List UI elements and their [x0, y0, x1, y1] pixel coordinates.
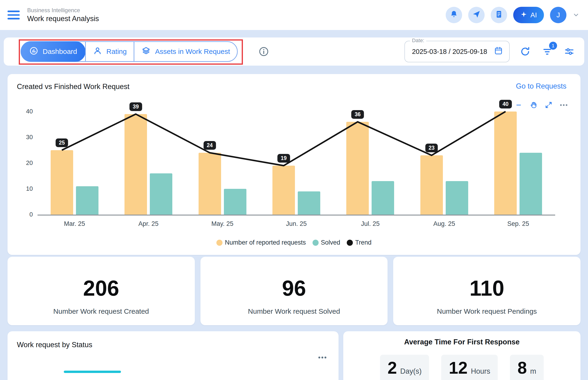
legend-dot-icon	[312, 240, 319, 246]
status-menu-icon[interactable]	[318, 353, 326, 360]
chart-card: Created vs Finished Work Request Go to R…	[7, 74, 581, 255]
response-minutes: 8 m	[510, 355, 544, 380]
response-days-value: 2	[387, 359, 397, 376]
response-hours-unit: Hours	[471, 367, 490, 376]
response-items: 2 Day(s) 12 Hours 8 m	[343, 355, 581, 380]
status-card: Work request by Status	[7, 331, 339, 380]
zoom-out-icon[interactable]: −	[513, 99, 524, 111]
kpi-value: 110	[469, 277, 504, 299]
kpi-label: Number Work request Solved	[248, 307, 340, 315]
go-to-requests-link[interactable]: Go to Requests	[516, 82, 567, 90]
x-axis-label: Jul. 25	[342, 220, 398, 228]
toolbar-right: Date: 2025-03-18 / 2025-09-18 1	[405, 41, 576, 62]
settings-sliders-icon[interactable]	[563, 45, 576, 58]
kpi-label: Number Work request Pendings	[437, 307, 537, 315]
view-tabs: Dashboard Rating Assets in Work Request	[21, 41, 238, 62]
filter-icon[interactable]: 1	[541, 45, 554, 58]
page-title: Work request Analysis	[27, 15, 99, 23]
legend-label: Trend	[355, 239, 372, 246]
y-axis-label: 20	[14, 159, 33, 167]
status-bar-segment	[64, 371, 121, 373]
kpi-value: 206	[83, 277, 119, 299]
response-minutes-unit: m	[530, 367, 536, 376]
trend-point-label: 39	[129, 102, 142, 111]
refresh-icon[interactable]	[519, 45, 532, 58]
toolbar: Dashboard Rating Assets in Work Request …	[4, 38, 584, 66]
kpi-label: Number Work request Created	[53, 307, 149, 315]
legend-dot-icon	[347, 240, 353, 246]
menu-icon[interactable]	[7, 11, 20, 19]
legend-item-solved[interactable]: Solved	[312, 239, 340, 246]
calendar-icon[interactable]	[494, 46, 503, 57]
trend-point-label: 36	[351, 110, 364, 119]
app-title: Business Intelligence	[27, 7, 99, 14]
legend-item-reported[interactable]: Number of reported requests	[216, 239, 306, 246]
x-axis-label: Aug. 25	[416, 220, 472, 228]
user-avatar[interactable]: J	[550, 7, 567, 23]
response-days: 2 Day(s)	[380, 355, 429, 380]
response-hours-value: 12	[449, 359, 467, 376]
trend-point-label: 19	[277, 154, 290, 163]
app-header: Business Intelligence Work request Analy…	[0, 0, 588, 30]
kpi-row: 206 Number Work request Created 96 Numbe…	[7, 257, 581, 325]
trend-point-label: 40	[499, 100, 512, 109]
tab-label: Assets in Work Request	[155, 48, 230, 56]
tab-dashboard[interactable]: Dashboard	[21, 41, 86, 62]
layers-icon	[141, 46, 151, 57]
info-icon[interactable]	[258, 46, 269, 57]
kpi-card-created: 206 Number Work request Created	[7, 257, 195, 325]
pan-hand-icon[interactable]	[528, 99, 539, 111]
x-axis-label: May. 25	[194, 220, 251, 228]
chart-menu-icon[interactable]	[558, 99, 569, 111]
x-axis-label: Sep. 25	[490, 220, 546, 228]
trend-point-label: 24	[203, 141, 216, 150]
header-actions: AI J	[446, 7, 580, 23]
avatar-initial: J	[557, 11, 560, 19]
x-axis-label: Apr. 25	[120, 220, 177, 228]
legend-dot-icon	[216, 240, 223, 246]
bell-icon	[449, 10, 458, 20]
person-icon	[93, 46, 102, 57]
x-axis-label: Jun. 25	[268, 220, 324, 228]
y-axis-label: 10	[14, 185, 33, 192]
y-axis-label: 0	[14, 211, 33, 218]
tab-label: Dashboard	[43, 48, 77, 56]
notifications-button[interactable]	[446, 7, 462, 23]
trend-point-label: 25	[56, 138, 68, 147]
title-block: Business Intelligence Work request Analy…	[27, 7, 99, 23]
response-hours: 12 Hours	[441, 355, 498, 380]
ai-label: AI	[530, 11, 537, 19]
chart-legend: Number of reported requests Solved Trend	[7, 239, 581, 246]
legend-label: Solved	[321, 239, 340, 246]
kpi-value: 96	[282, 277, 306, 299]
response-card-title: Average Time For First Response	[343, 338, 581, 346]
sparkle-icon	[520, 11, 527, 19]
date-value: 2025-03-18 / 2025-09-18	[412, 48, 487, 56]
kpi-card-pendings: 110 Number Work request Pendings	[393, 257, 581, 325]
chevron-down-icon[interactable]	[572, 12, 580, 19]
tab-rating[interactable]: Rating	[85, 42, 134, 61]
reports-button[interactable]	[491, 7, 507, 23]
y-axis-label: 30	[14, 133, 33, 141]
rocket-button[interactable]	[468, 7, 485, 23]
chart-title: Created vs Finished Work Request	[17, 82, 129, 91]
app-root: Business Intelligence Work request Analy…	[0, 0, 588, 380]
status-card-title: Work request by Status	[17, 341, 92, 349]
x-axis-label: Mar. 25	[46, 220, 103, 228]
legend-label: Number of reported requests	[225, 239, 306, 246]
date-legend: Date:	[410, 38, 426, 44]
rocket-icon	[472, 10, 481, 20]
trend-point-label: 23	[425, 144, 438, 152]
y-axis-label: 40	[14, 108, 33, 115]
filter-badge: 1	[549, 42, 557, 50]
kpi-card-solved: 96 Number Work request Solved	[201, 257, 388, 325]
response-minutes-value: 8	[517, 359, 527, 376]
ai-assistant-button[interactable]: AI	[513, 7, 544, 23]
response-card: Average Time For First Response 2 Day(s)…	[343, 331, 581, 380]
chart-plot: Mar. 25Apr. 25May. 25Jun. 25Jul. 25Aug. …	[38, 112, 555, 215]
date-range-picker[interactable]: Date: 2025-03-18 / 2025-09-18	[405, 41, 510, 62]
document-icon	[494, 10, 503, 20]
legend-item-trend[interactable]: Trend	[347, 239, 372, 246]
tab-assets[interactable]: Assets in Work Request	[134, 42, 237, 61]
fullscreen-icon[interactable]	[543, 99, 554, 111]
